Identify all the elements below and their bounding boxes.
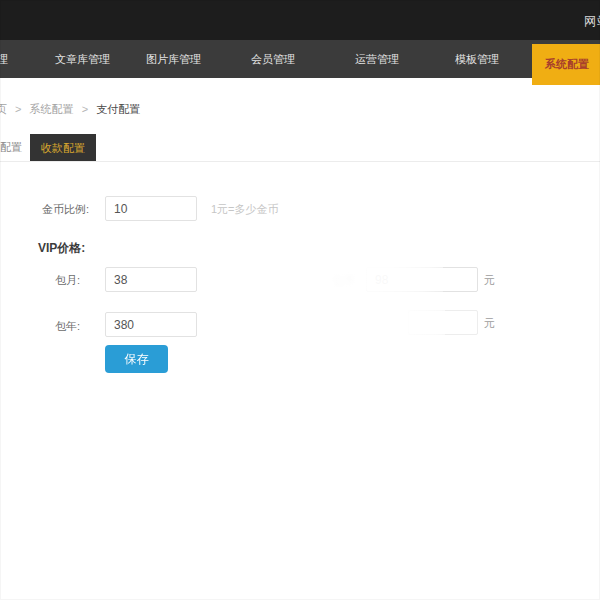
breadcrumb-payment-config: 支付配置 (96, 103, 140, 115)
yearly-yuan-suffix: 元 (484, 316, 495, 331)
monthly-label: 包月: (55, 273, 80, 288)
save-button[interactable]: 保存 (105, 345, 168, 373)
page-edge (0, 0, 600, 600)
yearly-right-input[interactable] (408, 310, 478, 335)
monthly-price-input[interactable] (105, 267, 197, 292)
quarterly-price-input[interactable] (366, 267, 478, 292)
nav-item-operations[interactable]: 运营管理 (355, 40, 399, 78)
main-nav: 理 文章库管理 图片库管理 会员管理 运营管理 模板管理 系统配置 (0, 40, 600, 78)
breadcrumb-system-config[interactable]: 系统配置 (30, 103, 74, 115)
coin-ratio-label: 金币比例: (42, 202, 89, 217)
nav-item-articles[interactable]: 文章库管理 (55, 40, 110, 78)
blur-smudge (495, 262, 565, 298)
tab-collection-config-active[interactable]: 收款配置 (30, 134, 96, 162)
coin-ratio-input[interactable] (105, 196, 197, 221)
vip-price-section-label: VIP价格: (38, 240, 85, 257)
nav-item-images[interactable]: 图片库管理 (146, 40, 201, 78)
breadcrumb-separator: > (15, 103, 21, 115)
quarterly-label-blurred: 包季 (333, 273, 355, 288)
tabs-divider (0, 161, 600, 162)
site-link[interactable]: 网站 (584, 13, 600, 30)
quarterly-yuan-suffix: 元 (484, 273, 495, 288)
nav-item-system-config-active[interactable]: 系统配置 (532, 44, 600, 85)
yearly-label: 包年: (55, 319, 80, 334)
tab-payment-config-partial[interactable]: 配置 (0, 140, 22, 155)
yearly-price-input[interactable] (105, 312, 197, 337)
nav-item-cutoff[interactable]: 理 (0, 40, 8, 78)
breadcrumb-home[interactable]: 页 (0, 103, 7, 115)
admin-page: 网站 理 文章库管理 图片库管理 会员管理 运营管理 模板管理 系统配置 页 >… (0, 0, 600, 600)
top-bar: 网站 (0, 0, 600, 40)
coin-ratio-hint: 1元=多少金币 (211, 202, 279, 217)
breadcrumb: 页 > 系统配置 > 支付配置 (0, 102, 140, 117)
breadcrumb-separator: > (82, 103, 88, 115)
nav-item-templates[interactable]: 模板管理 (455, 40, 499, 78)
nav-item-members[interactable]: 会员管理 (251, 40, 295, 78)
